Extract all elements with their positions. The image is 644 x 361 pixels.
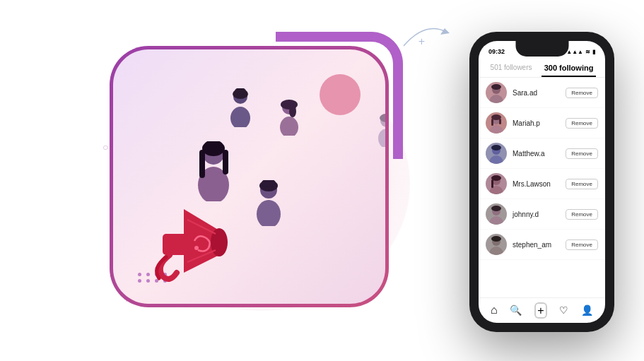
phone-mockup: 09:32 ▲▲▲ ≋ ▮ 501 followers 300 followin… — [469, 32, 614, 332]
following-item-2: Mariah.p Remove — [479, 108, 605, 138]
battery-icon: ▮ — [592, 49, 595, 55]
following-tabs: 501 followers 300 following — [479, 58, 605, 78]
svg-rect-12 — [199, 150, 205, 178]
nav-home-icon[interactable]: ⌂ — [491, 304, 498, 316]
person-figure-main — [191, 141, 237, 201]
phone-notch — [515, 41, 568, 57]
username-stephenam: stephen_am — [513, 241, 560, 249]
username-johnnyd: johnny.d — [513, 211, 560, 218]
svg-point-2 — [230, 107, 250, 127]
username-matthew: Matthew.a — [513, 150, 560, 158]
avatar-matthew — [486, 143, 507, 164]
remove-btn-sara[interactable]: Remove — [566, 88, 598, 98]
svg-point-29 — [489, 95, 503, 103]
following-item-3: Matthew.a Remove — [479, 138, 605, 169]
remove-btn-johnnyd[interactable]: Remove — [566, 209, 598, 220]
wifi-icon: ≋ — [585, 49, 590, 55]
avatar-mariah — [486, 112, 507, 134]
status-icons: ▲▲▲ ≋ ▮ — [566, 49, 595, 55]
svg-rect-35 — [499, 119, 501, 124]
megaphone-illustration — [127, 195, 240, 290]
nav-add-icon[interactable]: + — [534, 302, 546, 319]
svg-point-40 — [489, 186, 503, 194]
avatar-sara — [486, 82, 507, 103]
following-item-4: Mrs.Lawson Remove — [479, 169, 605, 199]
svg-rect-34 — [491, 119, 493, 126]
following-item-6: stephen_am Remove — [479, 230, 605, 260]
status-time: 09:32 — [488, 48, 505, 55]
svg-point-38 — [491, 145, 501, 150]
svg-point-44 — [489, 216, 503, 225]
nav-search-icon[interactable]: 🔍 — [510, 304, 522, 316]
following-item-5: johnny.d Remove — [479, 199, 605, 230]
nav-heart-icon[interactable]: ♡ — [559, 304, 568, 316]
svg-point-47 — [489, 247, 503, 255]
svg-rect-42 — [491, 179, 493, 188]
tab-following[interactable]: 300 following — [541, 61, 597, 77]
remove-btn-mariah[interactable]: Remove — [566, 118, 598, 129]
svg-marker-0 — [440, 28, 450, 35]
tab-followers[interactable]: 501 followers — [488, 61, 535, 77]
svg-point-30 — [491, 84, 501, 90]
svg-point-27 — [194, 246, 199, 250]
plus-sign-mid: ○ — [103, 141, 108, 153]
username-mrslawson: Mrs.Lawson — [513, 180, 560, 188]
signal-icon: ▲▲▲ — [566, 49, 583, 55]
curved-arrow — [397, 18, 453, 56]
bottom-nav: ⌂ 🔍 + ♡ 👤 — [479, 297, 605, 323]
svg-point-16 — [257, 200, 281, 226]
following-item-1: Sara.ad Remove — [479, 78, 605, 108]
ig-frame-wrapper — [110, 46, 392, 311]
username-sara: Sara.ad — [513, 89, 560, 97]
ig-corner-bracket — [276, 32, 403, 159]
svg-point-48 — [491, 236, 501, 242]
nav-profile-icon[interactable]: 👤 — [581, 304, 593, 316]
person-figure-4 — [251, 180, 286, 226]
following-list: Sara.ad Remove Mariah.p Remove — [479, 78, 605, 297]
svg-rect-13 — [223, 150, 228, 174]
svg-point-45 — [491, 206, 501, 211]
svg-rect-23 — [163, 234, 187, 255]
username-mariah: Mariah.p — [513, 119, 560, 127]
svg-point-37 — [489, 155, 503, 164]
remove-btn-stephenam[interactable]: Remove — [566, 239, 598, 250]
person-figure-1 — [226, 88, 254, 127]
remove-btn-mrslawson[interactable]: Remove — [566, 179, 598, 189]
remove-btn-matthew[interactable]: Remove — [566, 148, 598, 159]
avatar-stephenam — [486, 234, 507, 255]
avatar-johnnyd — [486, 203, 507, 225]
svg-point-32 — [489, 125, 503, 134]
phone-screen: 09:32 ▲▲▲ ≋ ▮ 501 followers 300 followin… — [479, 41, 605, 323]
avatar-mrslawson — [486, 173, 507, 194]
